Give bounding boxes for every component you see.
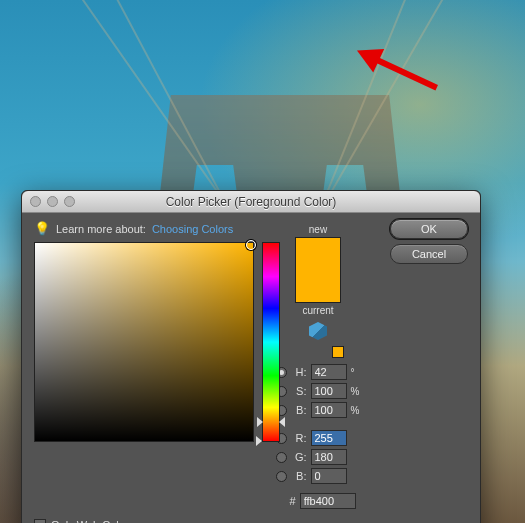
label-b-hsb: B: (291, 404, 307, 416)
input-h[interactable] (311, 364, 347, 380)
current-color-swatch[interactable] (296, 278, 340, 302)
unit-b-hsb: % (351, 405, 363, 416)
cancel-button[interactable]: Cancel (390, 244, 468, 264)
current-label: current (302, 305, 333, 316)
websafe-warning-swatch[interactable] (332, 346, 344, 358)
color-field-cursor[interactable] (246, 240, 256, 250)
only-web-colors-checkbox[interactable] (34, 519, 46, 523)
learn-more-label: Learn more about: (56, 223, 146, 235)
label-r: R: (291, 432, 307, 444)
input-s[interactable] (311, 383, 347, 399)
minimize-icon[interactable] (47, 196, 58, 207)
only-web-colors-label: Only Web Colors (51, 519, 134, 523)
label-b-rgb: B: (291, 470, 307, 482)
label-g: G: (291, 451, 307, 463)
input-g[interactable] (311, 449, 347, 465)
color-field[interactable] (34, 242, 254, 442)
input-hex[interactable] (300, 493, 356, 509)
unit-h: ° (351, 367, 363, 378)
label-h: H: (291, 366, 307, 378)
color-picker-dialog: Color Picker (Foreground Color) OK Cance… (21, 190, 481, 523)
new-color-swatch (296, 238, 340, 278)
hue-slider-thumb-right[interactable] (279, 417, 285, 427)
choosing-colors-link[interactable]: Choosing Colors (152, 223, 233, 235)
ok-button[interactable]: OK (390, 219, 468, 239)
hex-prefix: # (290, 495, 296, 507)
unit-s: % (351, 386, 363, 397)
lightbulb-icon: 💡 (34, 221, 50, 236)
hue-slider[interactable] (262, 242, 280, 442)
titlebar[interactable]: Color Picker (Foreground Color) (22, 191, 480, 213)
label-s: S: (291, 385, 307, 397)
new-label: new (309, 224, 327, 235)
zoom-icon[interactable] (64, 196, 75, 207)
input-r[interactable] (311, 430, 347, 446)
close-icon[interactable] (30, 196, 41, 207)
hue-slider-thumb-left[interactable] (257, 417, 263, 427)
color-libraries-icon[interactable] (309, 322, 327, 340)
input-b-hsb[interactable] (311, 402, 347, 418)
input-b-rgb[interactable] (311, 468, 347, 484)
dialog-title: Color Picker (Foreground Color) (166, 195, 337, 209)
window-controls (30, 196, 75, 207)
